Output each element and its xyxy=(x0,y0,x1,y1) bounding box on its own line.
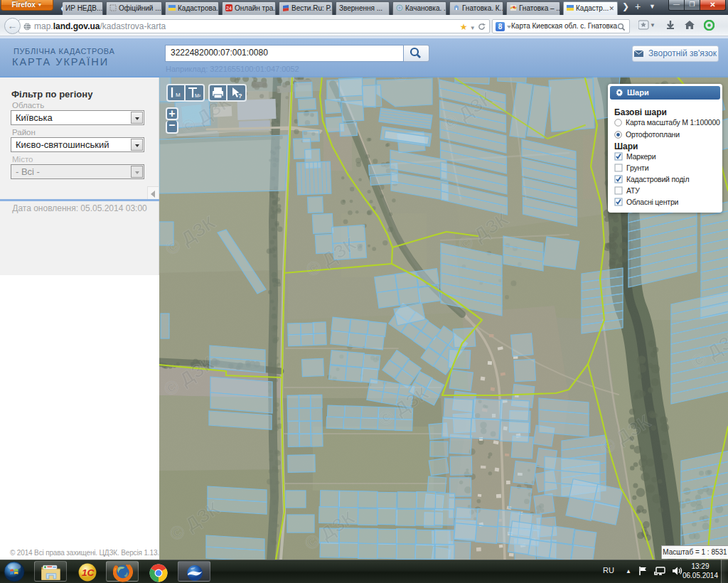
svg-text:M²: M² xyxy=(195,93,201,98)
svg-text:24: 24 xyxy=(226,6,232,11)
svg-text:M: M xyxy=(176,92,181,98)
svg-text:?: ? xyxy=(238,92,242,100)
svg-text:1С: 1С xyxy=(82,567,95,578)
